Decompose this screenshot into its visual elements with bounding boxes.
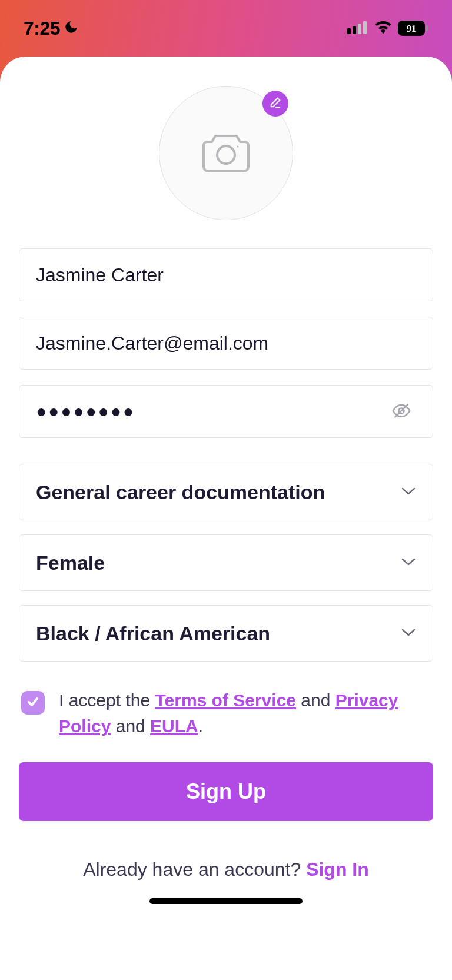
gender-select[interactable]: Female (19, 534, 433, 591)
ethnicity-value: Black / African American (36, 622, 270, 645)
password-field[interactable]: ●●●●●●●● (19, 385, 433, 438)
already-text: Already have an account? (83, 859, 306, 880)
status-right: 91 (347, 20, 428, 36)
pencil-icon (269, 96, 282, 111)
edit-avatar-button[interactable] (262, 91, 288, 117)
battery-icon: 91 (398, 21, 428, 36)
toggle-password-button[interactable] (387, 396, 416, 427)
terms-and2: and (111, 716, 150, 736)
chevron-down-icon (401, 557, 416, 569)
signin-link[interactable]: Sign In (306, 859, 369, 880)
status-bar: 7:25 91 (0, 0, 452, 57)
career-value: General career documentation (36, 481, 325, 504)
signin-row: Already have an account? Sign In (19, 859, 433, 881)
terms-row: I accept the Terms of Service and Privac… (21, 687, 431, 739)
moon-icon (64, 19, 79, 37)
svg-point-8 (237, 146, 239, 148)
svg-rect-3 (363, 21, 367, 34)
chevron-down-icon (401, 627, 416, 639)
tos-link[interactable]: Terms of Service (155, 690, 296, 710)
name-field[interactable] (19, 248, 433, 301)
svg-rect-1 (353, 26, 356, 34)
eye-off-icon (391, 414, 411, 423)
svg-rect-2 (358, 24, 361, 34)
svg-rect-5 (426, 25, 428, 31)
eula-link[interactable]: EULA (150, 716, 198, 736)
terms-and1: and (296, 690, 335, 710)
ethnicity-select[interactable]: Black / African American (19, 605, 433, 662)
name-input[interactable] (36, 264, 416, 286)
status-time: 7:25 (24, 18, 60, 39)
career-select[interactable]: General career documentation (19, 464, 433, 520)
svg-text:91: 91 (407, 24, 416, 34)
screen: 7:25 91 (0, 0, 452, 980)
status-left: 7:25 (24, 18, 79, 39)
email-field[interactable] (19, 317, 433, 370)
email-input[interactable] (36, 333, 416, 354)
camera-icon (201, 130, 251, 176)
signup-card: ●●●●●●●● General career documentation Fe… (0, 57, 452, 980)
svg-rect-0 (347, 28, 351, 34)
check-icon (26, 695, 40, 711)
cell-signal-icon (347, 20, 368, 36)
signup-button[interactable]: Sign Up (19, 762, 433, 821)
svg-point-7 (217, 146, 235, 164)
terms-prefix: I accept the (59, 690, 155, 710)
wifi-icon (374, 20, 392, 36)
password-mask: ●●●●●●●● (36, 401, 387, 421)
chevron-down-icon (401, 486, 416, 498)
terms-period: . (198, 716, 203, 736)
terms-checkbox[interactable] (21, 691, 45, 715)
home-indicator[interactable] (149, 898, 303, 904)
terms-text: I accept the Terms of Service and Privac… (59, 687, 431, 739)
gender-value: Female (36, 552, 105, 574)
avatar-upload[interactable] (159, 86, 293, 220)
